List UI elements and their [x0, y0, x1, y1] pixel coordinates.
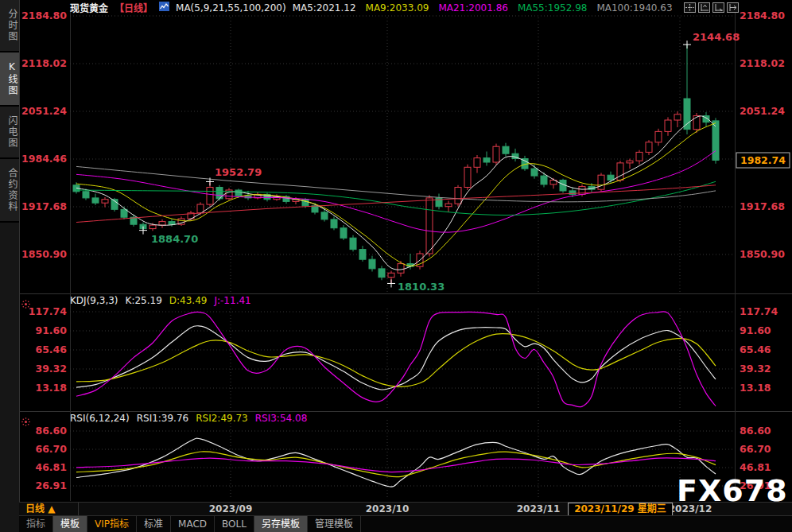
rsi-line-rsi3 [76, 458, 716, 472]
price-axis-label-left: 1984.46 [21, 153, 67, 165]
kdj-axis-label-right: 117.74 [740, 305, 778, 317]
candle-body [312, 206, 318, 212]
kdj-params: KDJ(9,3,3) [70, 295, 118, 306]
candle-body [149, 225, 156, 229]
candle-body [474, 158, 480, 168]
candle-body [541, 176, 547, 184]
kdj-settings-icon[interactable] [21, 297, 30, 312]
candle-body [426, 198, 433, 254]
price-axis-label-left: 2118.02 [21, 57, 67, 69]
candle-body [83, 192, 89, 198]
candle-body [455, 188, 461, 204]
price-axis-label-right: 2118.02 [740, 57, 785, 69]
ma-line-ma55 [76, 181, 716, 215]
price-axis-label-left: 1850.90 [21, 248, 67, 260]
rsi-header: RSI(6,12,24)RSI1:39.76RSI2:49.73RSI3:54.… [70, 413, 314, 424]
rsi-params: RSI(6,12,24) [70, 413, 130, 424]
candle-body [646, 142, 652, 153]
rsi-settings-icon[interactable] [21, 414, 30, 429]
sidebar-item-0[interactable]: 分时图 [0, 0, 19, 52]
ma-legend-item-ma9: MA9:2033.09 [366, 2, 429, 14]
candle-body [92, 198, 99, 203]
price-annotation: 1884.70 [151, 233, 198, 245]
candle-body [398, 264, 404, 274]
tab-6[interactable]: 另存模板 [254, 516, 308, 532]
candle-body [655, 131, 662, 142]
rsi-line-rsi2 [76, 452, 716, 477]
ma-legend-item-ma21: MA21:2001.86 [438, 2, 508, 14]
kdj-k-value: K:25.19 [126, 295, 162, 306]
chart-toolbar-icons [684, 2, 739, 13]
tab-3[interactable]: 标准 [137, 516, 171, 532]
rsi-axis-label-right: 86.60 [740, 425, 771, 437]
kdj-axis-label-left: 65.46 [35, 344, 67, 355]
rsi-axis-label-left: 26.91 [35, 480, 67, 491]
rsi3-value: RSI3:54.08 [255, 413, 308, 424]
tab-0[interactable]: 指标 [19, 516, 53, 532]
bottom-tab-bar: 指标模板VIP指标标准MACDBOLL另存模板管理模板 [19, 515, 792, 532]
scale-axis-right-icon[interactable] [712, 2, 724, 13]
main-chart-canvas[interactable]: 2184.802184.802118.022118.022051.242051.… [0, 0, 792, 532]
tab-4[interactable]: MACD [171, 516, 215, 532]
price-axis-label-left: 1917.68 [21, 200, 67, 212]
extreme-cross-marker [683, 41, 691, 49]
period-selector[interactable]: 日线 ▲ [19, 503, 79, 516]
kdj-j-value: J:-11.41 [214, 295, 250, 306]
candle-body [712, 121, 719, 161]
candle-body [617, 163, 623, 181]
candle-body [674, 115, 681, 120]
kdj-axis-label-left: 39.32 [35, 363, 67, 375]
candle-body [379, 269, 385, 278]
ma-legend-item-ma55: MA55:1952.98 [518, 2, 588, 14]
date-label-1: 2023/10 [366, 503, 409, 516]
candle-body [159, 222, 165, 226]
candle-body [121, 209, 127, 217]
left-sidebar: 分时图K线图闪电图合约资料 [0, 0, 20, 532]
rsi2-value: RSI2:49.73 [196, 413, 248, 424]
kdj-axis-label-right: 65.46 [740, 344, 771, 355]
sidebar-item-2[interactable]: 闪电图 [0, 107, 19, 159]
candle-body [369, 259, 375, 269]
tab-1[interactable]: 模板 [53, 516, 87, 532]
scale-axis-up-icon[interactable] [698, 2, 710, 13]
candle-body [331, 219, 337, 228]
kdj-axis-label-left: 13.18 [35, 382, 67, 394]
price-annotation: 1810.33 [398, 281, 445, 293]
candle-body [503, 146, 509, 153]
crosshair-icon[interactable] [684, 2, 696, 13]
kdj-axis-label-right: 91.60 [740, 324, 771, 336]
ma-line-ma5 [76, 116, 716, 270]
line-chart-icon [159, 2, 169, 14]
price-axis-label-right: 2051.24 [740, 105, 785, 117]
watermark-logo: FX678 [677, 473, 788, 508]
candle-body [464, 167, 471, 187]
ma-legend: MA5:2021.12MA9:2033.09MA21:2001.86MA55:1… [293, 2, 674, 14]
rsi-axis-label-left: 86.60 [35, 425, 67, 437]
candle-body [235, 190, 242, 196]
rsi-axis-label-left: 46.81 [35, 461, 67, 473]
sidebar-item-1[interactable]: K线图 [0, 52, 19, 107]
kdj-axis-label-left: 91.60 [35, 324, 67, 336]
ma-legend-item-ma100: MA100:1940.63 [596, 2, 672, 14]
candle-body [102, 200, 108, 204]
price-axis-label-right: 1917.68 [740, 200, 785, 212]
kdj-axis-label-right: 39.32 [740, 363, 771, 375]
price-annotation: 2144.68 [693, 31, 740, 43]
current-price-value: 1982.74 [740, 154, 786, 166]
ma-legend-item-ma5: MA5:2021.12 [293, 2, 356, 14]
candle-body [359, 250, 366, 260]
tab-5[interactable]: BOLL [215, 516, 254, 532]
tab-2[interactable]: VIP指标 [87, 516, 137, 532]
pan-right-icon[interactable] [727, 2, 739, 13]
rsi-axis-label-right: 66.70 [740, 443, 771, 455]
period-tag: 【日线】 [115, 1, 153, 14]
tab-7[interactable]: 管理模板 [308, 516, 361, 532]
candle-body [169, 222, 175, 225]
kdj-axis-label-right: 13.18 [740, 382, 771, 394]
period-arrow-icon: ▲ [48, 503, 55, 515]
price-axis-label-right: 2184.80 [740, 10, 785, 21]
sidebar-item-3[interactable]: 合约资料 [0, 159, 19, 223]
candle-body [483, 158, 490, 162]
candles-layer [73, 45, 719, 284]
candle-body [445, 204, 452, 207]
